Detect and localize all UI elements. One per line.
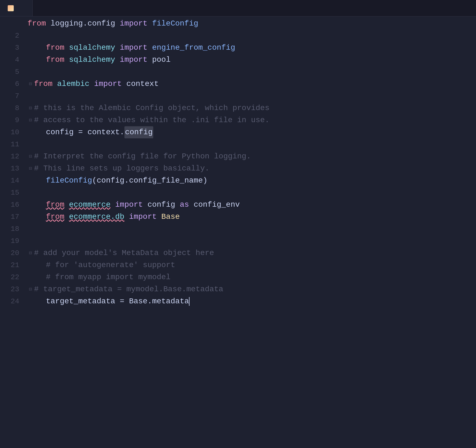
token-name-plain: logging.config xyxy=(46,18,120,30)
tab-env-py[interactable] xyxy=(0,0,33,16)
line-number-15: 15 xyxy=(5,187,19,199)
token-comment: # from myapp import mymodel xyxy=(46,271,171,283)
token-name-plain xyxy=(27,42,46,54)
token-name-func: engine_from_config xyxy=(152,42,235,54)
line-number-21: 21 xyxy=(5,259,19,271)
token-name-plain xyxy=(110,199,115,211)
token-name-plain xyxy=(27,175,46,187)
token-name-module: ecommerce.db xyxy=(69,211,124,223)
token-name-plain xyxy=(115,42,120,54)
fold-icon[interactable]: ⊟ xyxy=(27,166,34,172)
code-line-20: ⊟# add your model's MetaData object here xyxy=(27,247,476,259)
text-cursor xyxy=(189,297,190,306)
code-line-9: ⊟# access to the values within the .ini … xyxy=(27,114,476,126)
token-name-plain: (config.config_file_name) xyxy=(92,175,207,187)
token-name-plain xyxy=(122,78,126,90)
token-name-func: fileConfig xyxy=(152,18,198,30)
token-name-plain xyxy=(64,54,69,66)
code-content[interactable]: from logging.config import fileConfig fr… xyxy=(25,16,476,307)
token-kw-from: from xyxy=(34,78,52,90)
line-number-14: 14 xyxy=(5,175,19,187)
line-number-22: 22 xyxy=(5,271,19,283)
fold-icon[interactable]: ⊟ xyxy=(27,81,34,87)
code-line-14: fileConfig(config.config_file_name) xyxy=(27,175,476,187)
code-line-1: from logging.config import fileConfig xyxy=(27,18,476,30)
line-number-1 xyxy=(5,18,19,30)
token-comment: # add your model's MetaData object here xyxy=(34,247,214,259)
token-name-plain xyxy=(147,54,152,66)
token-name-plain xyxy=(90,78,94,90)
fold-icon[interactable]: ⊟ xyxy=(27,153,34,159)
code-line-19 xyxy=(27,235,476,247)
line-number-23: 23 xyxy=(5,283,19,295)
token-name-module: sqlalchemy xyxy=(69,54,115,66)
token-comment: # target_metadata = mymodel.Base.metadat… xyxy=(34,283,223,295)
code-line-23: ⊟# target_metadata = mymodel.Base.metada… xyxy=(27,283,476,295)
token-name-plain xyxy=(124,211,129,223)
code-area: 23456789101112131415161718192021222324 f… xyxy=(0,16,476,307)
tab-bar xyxy=(0,0,476,16)
token-name-module: ecommerce xyxy=(69,199,110,211)
token-kw-import: import xyxy=(120,18,147,30)
code-line-24: target_metadata = Base.metadata xyxy=(27,295,476,307)
token-kw-import: import xyxy=(120,42,147,54)
token-name-var: config xyxy=(46,126,74,138)
token-name-plain xyxy=(27,271,46,283)
token-name-module: alembic xyxy=(57,78,90,90)
code-line-4: from sqlalchemy import pool xyxy=(27,54,476,66)
line-numbers: 23456789101112131415161718192021222324 xyxy=(0,16,25,307)
token-kw-from: from xyxy=(46,211,64,223)
line-number-12: 12 xyxy=(5,150,19,163)
line-number-5: 5 xyxy=(5,66,19,78)
token-comment: # Interpret the config file for Python l… xyxy=(34,150,251,163)
fold-icon[interactable]: ⊟ xyxy=(27,105,34,111)
token-kw-import: import xyxy=(129,211,157,223)
token-name-var: target_metadata xyxy=(46,295,115,307)
line-number-24: 24 xyxy=(5,295,19,307)
line-number-2: 2 xyxy=(5,30,19,42)
line-number-6: 6 xyxy=(5,78,19,90)
token-name-plain: context xyxy=(126,78,159,90)
token-name-plain: config xyxy=(143,199,180,211)
token-name-plain: pool xyxy=(152,54,171,66)
line-number-17: 17 xyxy=(5,211,19,223)
fold-icon[interactable]: ⊟ xyxy=(27,117,34,123)
tab-close-button[interactable] xyxy=(19,5,25,11)
token-kw-as: as xyxy=(180,199,189,211)
token-comment: # this is the Alembic Config object, whi… xyxy=(34,102,269,114)
fold-icon[interactable]: ⊟ xyxy=(27,250,34,256)
token-name-module: sqlalchemy xyxy=(69,42,115,54)
token-comment: # access to the values within the .ini f… xyxy=(34,114,269,126)
token-name-plain xyxy=(147,18,152,30)
fold-icon[interactable]: ⊟ xyxy=(27,286,34,292)
line-number-20: 20 xyxy=(5,247,19,259)
code-line-7 xyxy=(27,90,476,102)
code-line-16: from ecommerce import config as config_e… xyxy=(27,199,476,211)
token-name-func: fileConfig xyxy=(46,175,92,187)
token-name-plain xyxy=(64,211,69,223)
code-line-3: from sqlalchemy import engine_from_confi… xyxy=(27,42,476,54)
code-line-15 xyxy=(27,187,476,199)
token-name-plain xyxy=(64,42,69,54)
token-kw-import: import xyxy=(115,199,143,211)
token-name-plain xyxy=(147,42,152,54)
code-line-13: ⊟# This line sets up loggers basically. xyxy=(27,163,476,175)
line-number-4: 4 xyxy=(5,54,19,66)
token-name-plain xyxy=(27,126,46,138)
code-line-18 xyxy=(27,223,476,235)
line-number-16: 16 xyxy=(5,199,19,211)
code-line-22: # from myapp import mymodel xyxy=(27,271,476,283)
line-number-13: 13 xyxy=(5,163,19,175)
code-line-8: ⊟# this is the Alembic Config object, wh… xyxy=(27,102,476,114)
code-line-2 xyxy=(27,30,476,42)
line-number-18: 18 xyxy=(5,223,19,235)
token-name-plain xyxy=(52,78,57,90)
token-name-plain xyxy=(27,295,46,307)
token-kw-import: import xyxy=(120,54,147,66)
code-line-21: # for 'autogenerate' support xyxy=(27,259,476,271)
code-line-11 xyxy=(27,138,476,150)
token-name-plain xyxy=(115,54,120,66)
token-name-plain: = Base.metadata xyxy=(115,295,189,307)
code-line-17: from ecommerce.db import Base xyxy=(27,211,476,223)
line-number-9: 9 xyxy=(5,114,19,126)
